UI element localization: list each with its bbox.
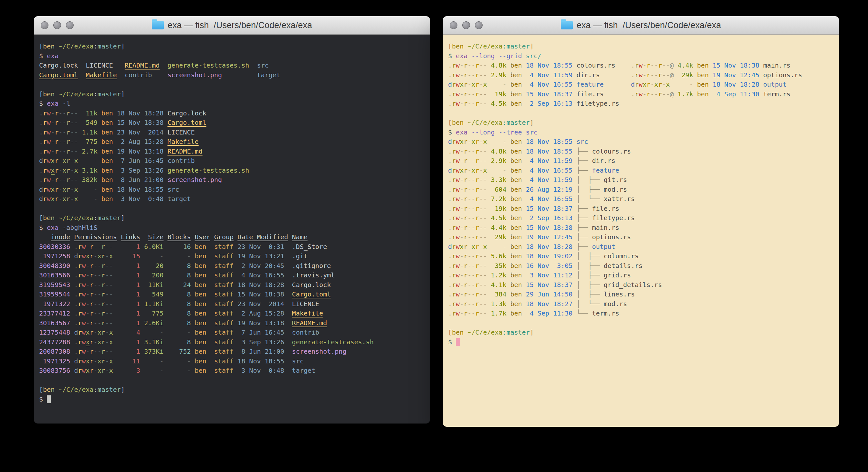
terminal-line: 23377412 .rw-r--r-- 1 775 8 ben staff 2 … (39, 309, 425, 319)
left-terminal-window: exa — fish /Users/ben/Code/exa/exa [ben … (34, 16, 430, 423)
window-title-text: exa — fish /Users/ben/Code/exa/exa (168, 20, 312, 30)
terminal-line: 24377288 .rwxr-xr-x 1 3.1Ki 8 ben staff … (39, 337, 425, 347)
terminal-line: $ exa -l (39, 99, 425, 109)
terminal-line (39, 204, 425, 214)
terminal-line: $ (39, 395, 425, 405)
terminal-line: $ (448, 337, 834, 347)
terminal-line: .rw-r--r-- 604 ben 26 Aug 12:19 │ ├── mo… (448, 185, 834, 195)
terminal-line: 30163566 .rw-r--r-- 1 200 8 ben staff 4 … (39, 271, 425, 280)
terminal-line (39, 376, 425, 385)
terminal-line (39, 80, 425, 90)
cursor-block (456, 338, 460, 346)
folder-icon (561, 21, 573, 29)
terminal-line: .rw-r--r-- 1.3k ben 18 Nov 18:27 │ └── m… (448, 299, 834, 309)
terminal-line: [ben ~/C/e/exa:master] (39, 213, 425, 223)
window-title-text: exa — fish /Users/ben/Code/exa/exa (577, 20, 721, 30)
terminal-line: .rw-r--r-- 4.4k ben 15 Nov 18:38 ├── mai… (448, 223, 834, 233)
terminal-line: .rw-r--r-- 4.8k ben 18 Nov 18:55 colours… (448, 61, 834, 70)
terminal-line: .rw-r--r-- 4.1k ben 15 Nov 18:37 │ ├── g… (448, 280, 834, 290)
minimize-button[interactable] (53, 21, 61, 29)
terminal-line: .rw-r--r-- 5.6k ben 18 Nov 19:02 │ ├── c… (448, 252, 834, 261)
terminal-line (448, 109, 834, 118)
terminal-line: 31959543 .rw-r--r-- 1 11Ki 24 ben staff … (39, 280, 425, 290)
traffic-lights (450, 21, 483, 29)
right-terminal-output[interactable]: [ben ~/C/e/exa:master]$ exa --long --gri… (443, 35, 839, 427)
terminal-line: 30083756 drwxr-xr-x 3 - - ben staff 3 No… (39, 366, 425, 376)
terminal-line: 30030336 .rw-r--r-- 1 6.0Ki 16 ben staff… (39, 242, 425, 252)
terminal-line: 30163567 .rw-r--r-- 1 2.6Ki 8 ben staff … (39, 319, 425, 328)
zoom-button[interactable] (475, 21, 483, 29)
terminal-line: drwxr-xr-x - ben 4 Nov 16:55 feature drw… (448, 80, 834, 90)
cursor-block (47, 395, 51, 403)
terminal-line: [ben ~/C/e/exa:master] (39, 385, 425, 395)
terminal-line: [ben ~/C/e/exa:master] (448, 118, 834, 128)
terminal-line: .rwxr-xr-x 3.1k ben 3 Sep 13:26 generate… (39, 166, 425, 176)
terminal-line: .rw-r--r-- 1.1k ben 23 Nov 2014 LICENCE (39, 128, 425, 138)
terminal-line: 1971322 .rw-r--r-- 1 1.1Ki 8 ben staff 2… (39, 299, 425, 309)
left-terminal-output[interactable]: [ben ~/C/e/exa:master]$ exaCargo.lock LI… (34, 35, 430, 423)
folder-icon (152, 21, 164, 29)
terminal-line: [ben ~/C/e/exa:master] (448, 328, 834, 337)
terminal-line: drwxr-xr-x - ben 18 Nov 18:28 ├── output (448, 242, 834, 252)
right-titlebar[interactable]: exa — fish /Users/ben/Code/exa/exa (443, 16, 839, 35)
terminal-line: .rw-r--r-- 775 ben 2 Aug 15:28 Makefile (39, 137, 425, 147)
traffic-lights (41, 21, 74, 29)
terminal-line: .rw-r--r-- 4.8k ben 18 Nov 18:55 ├── col… (448, 147, 834, 156)
close-button[interactable] (450, 21, 458, 29)
terminal-line: inode Permissions Links Size Blocks User… (39, 232, 425, 242)
terminal-line: Cargo.lock LICENCE README.md generate-te… (39, 61, 425, 70)
terminal-line (448, 319, 834, 328)
terminal-line: $ exa --long --grid src/ (448, 51, 834, 61)
terminal-line: 31959544 .rw-r--r-- 1 549 8 ben staff 15… (39, 290, 425, 299)
desktop-background: { "window_title": "exa — fish /Users/ben… (0, 0, 868, 472)
terminal-line: .rw-r--r-- 1.2k ben 3 Nov 11:12 │ ├── gr… (448, 271, 834, 280)
terminal-line: .rw-r--r-- 2.9k ben 4 Nov 11:59 ├── dir.… (448, 156, 834, 166)
right-terminal-window: exa — fish /Users/ben/Code/exa/exa [ben … (443, 16, 839, 427)
terminal-line: .rw-r--r-- 29k ben 19 Nov 12:45 ├── opti… (448, 232, 834, 242)
terminal-line: .rw-r--r-- 7.2k ben 4 Nov 16:55 │ └── xa… (448, 194, 834, 204)
terminal-line: [ben ~/C/e/exa:master] (448, 42, 834, 51)
terminal-line: .rw-r--r-- 549 ben 15 Nov 18:38 Cargo.to… (39, 118, 425, 128)
terminal-line: .rw-r--r-- 2.7k ben 19 Nov 13:18 README.… (39, 147, 425, 156)
zoom-button[interactable] (66, 21, 74, 29)
terminal-line: [ben ~/C/e/exa:master] (39, 90, 425, 99)
terminal-line: drwxr-xr-x - ben 18 Nov 18:55 src (448, 137, 834, 147)
left-titlebar[interactable]: exa — fish /Users/ben/Code/exa/exa (34, 16, 430, 35)
terminal-line: .rw-r--r-- 382k ben 8 Jun 21:00 screensh… (39, 175, 425, 185)
terminal-line: .rw-r--r-- 35k ben 16 Nov 3:05 │ ├── det… (448, 261, 834, 271)
terminal-line: $ exa (39, 51, 425, 61)
terminal-line: 1971325 drwxr-xr-x 11 - - ben staff 18 N… (39, 357, 425, 366)
terminal-line: drwxr-xr-x - ben 4 Nov 16:55 ├── feature (448, 166, 834, 176)
window-title: exa — fish /Users/ben/Code/exa/exa (561, 20, 721, 30)
terminal-line: .rw-r--r-- 1.7k ben 4 Sep 11:30 └── term… (448, 309, 834, 319)
terminal-line: [ben ~/C/e/exa:master] (39, 42, 425, 51)
terminal-line: .rw-r--r-- 11k ben 18 Nov 18:28 Cargo.lo… (39, 109, 425, 118)
terminal-line: .rw-r--r-- 2.9k ben 4 Nov 11:59 dir.rs .… (448, 70, 834, 80)
terminal-line: .rw-r--r-- 4.5k ben 2 Sep 16:13 ├── file… (448, 213, 834, 223)
terminal-line: drwxr-xr-x - ben 18 Nov 18:55 src (39, 185, 425, 195)
terminal-line: 30048390 .rw-r--r-- 1 20 8 ben staff 2 N… (39, 261, 425, 271)
terminal-line: 20087308 .rw-r--r-- 1 373Ki 752 ben staf… (39, 347, 425, 357)
terminal-line: drwxr-xr-x - ben 3 Nov 0:48 target (39, 194, 425, 204)
terminal-line: 12375448 drwxr-xr-x 4 - - ben staff 7 Ju… (39, 328, 425, 337)
terminal-line: .rw-r--r-- 19k ben 15 Nov 18:37 ├── file… (448, 204, 834, 214)
terminal-line: 1971258 drwxr-xr-x 15 - - ben staff 19 N… (39, 252, 425, 261)
terminal-line: Cargo.toml Makefile contrib screenshot.p… (39, 70, 425, 80)
terminal-line: $ exa --long --tree src (448, 128, 834, 138)
minimize-button[interactable] (462, 21, 470, 29)
terminal-line: .rw-r--r-- 3.3k ben 4 Nov 11:59 │ ├── gi… (448, 175, 834, 185)
close-button[interactable] (41, 21, 49, 29)
terminal-line: .rw-r--r-- 4.5k ben 2 Sep 16:13 filetype… (448, 99, 834, 109)
terminal-line: $ exa -abghHliS (39, 223, 425, 233)
terminal-line: .rw-r--r-- 19k ben 15 Nov 18:37 file.rs … (448, 90, 834, 99)
terminal-line: drwxr-xr-x - ben 7 Jun 16:45 contrib (39, 156, 425, 166)
window-title: exa — fish /Users/ben/Code/exa/exa (152, 20, 312, 30)
terminal-line: .rw-r--r-- 384 ben 29 Jun 14:50 │ ├── li… (448, 290, 834, 299)
